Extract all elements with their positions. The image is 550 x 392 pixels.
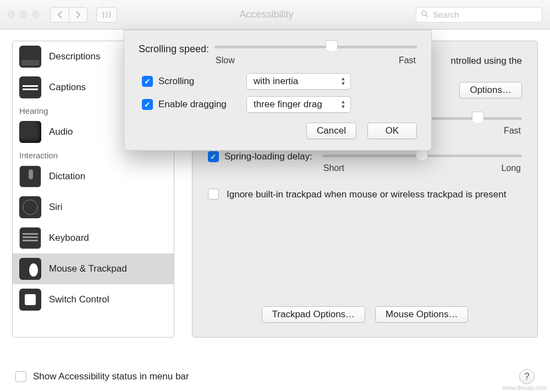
svg-point-2 [109, 12, 111, 13]
switch-control-icon [19, 289, 41, 311]
sidebar-item-dictation[interactable]: Dictation [13, 161, 174, 192]
sidebar-item-label: Dictation [49, 171, 85, 182]
enable-dragging-label: Enable dragging [158, 99, 241, 110]
ok-button[interactable]: OK [367, 123, 417, 139]
double-click-fast-label: Fast [504, 126, 521, 136]
svg-line-10 [426, 15, 428, 17]
svg-point-3 [103, 14, 105, 15]
window-toolbar: Accessibility [0, 0, 550, 30]
traffic-lights [8, 11, 39, 18]
ignore-trackpad-row: Ignore built-in trackpad when mouse or w… [208, 189, 522, 201]
zoom-window-button[interactable] [32, 11, 39, 18]
scrolling-fast-label: Fast [399, 56, 416, 65]
sidebar-item-label: Switch Control [49, 294, 109, 305]
bottom-buttons: Trackpad Options… Mouse Options… [208, 306, 522, 323]
minimize-window-button[interactable] [20, 11, 27, 18]
svg-point-8 [109, 16, 111, 18]
spring-long-label: Long [501, 163, 521, 173]
captions-icon [19, 76, 41, 98]
sidebar-item-label: Mouse & Trackpad [49, 263, 127, 274]
spring-loading-checkbox[interactable] [208, 151, 219, 162]
scrolling-mode-select[interactable]: with inertia ▲▼ [246, 73, 351, 90]
stepper-icon: ▲▼ [339, 99, 347, 110]
scrolling-speed-slider[interactable] [215, 42, 417, 51]
show-status-label: Show Accessibility status in menu bar [33, 371, 189, 382]
sidebar-item-label: Keyboard [49, 233, 89, 244]
sidebar-item-siri[interactable]: Siri [13, 192, 174, 223]
siri-icon [19, 196, 41, 218]
show-all-button[interactable] [96, 7, 117, 23]
dictation-icon [19, 165, 41, 187]
toolbar-search[interactable] [416, 7, 542, 23]
scrolling-checkbox[interactable] [142, 76, 153, 87]
sidebar-item-label: Descriptions [49, 51, 101, 62]
mouse-keys-options-button[interactable]: Options… [459, 82, 522, 98]
controlled-using-text: ntrolled using the [451, 56, 522, 67]
spring-short-label: Short [323, 163, 344, 173]
scrolling-slow-label: Slow [216, 56, 235, 65]
svg-point-6 [103, 16, 105, 18]
watermark-text: www.deuaq.com [502, 384, 547, 391]
scrolling-mode-value: with inertia [254, 76, 298, 87]
descriptions-icon [19, 46, 41, 68]
back-button[interactable] [50, 7, 69, 23]
close-window-button[interactable] [8, 11, 15, 18]
mouse-trackpad-icon [19, 258, 41, 280]
search-input[interactable] [433, 10, 537, 19]
svg-point-0 [103, 12, 105, 13]
scrolling-label: Scrolling [158, 76, 241, 87]
svg-point-7 [106, 16, 108, 18]
sidebar-item-keyboard[interactable]: Keyboard [13, 223, 174, 253]
scrolling-speed-label: Scrolling speed: [139, 42, 215, 55]
spring-loading-slider[interactable] [322, 151, 522, 160]
svg-point-1 [106, 12, 108, 13]
enable-dragging-checkbox[interactable] [142, 99, 153, 110]
stepper-icon: ▲▼ [339, 76, 347, 87]
dragging-mode-value: three finger drag [254, 99, 322, 110]
ignore-trackpad-checkbox[interactable] [208, 189, 219, 200]
dragging-mode-select[interactable]: three finger drag ▲▼ [246, 96, 351, 113]
footer-row: Show Accessibility status in menu bar ? [15, 369, 535, 384]
cancel-button[interactable]: Cancel [306, 123, 356, 139]
sidebar-item-label: Siri [49, 202, 63, 213]
search-icon [421, 9, 428, 20]
sidebar-item-label: Audio [49, 126, 73, 137]
sidebar-item-switch-control[interactable]: Switch Control [13, 284, 174, 315]
show-status-checkbox[interactable] [15, 371, 26, 382]
spring-loading-label: Spring-loading delay: [224, 151, 312, 162]
mouse-options-button[interactable]: Mouse Options… [375, 306, 468, 323]
ignore-trackpad-label: Ignore built-in trackpad when mouse or w… [227, 189, 522, 201]
trackpad-options-button[interactable]: Trackpad Options… [262, 306, 366, 323]
nav-buttons [50, 7, 87, 23]
forward-button[interactable] [69, 7, 87, 23]
window-title: Accessibility [123, 9, 410, 20]
svg-point-5 [109, 14, 111, 15]
sidebar-item-label: Captions [49, 82, 86, 93]
svg-point-4 [106, 14, 108, 15]
trackpad-options-sheet: Scrolling speed: Slow Fast Scrolling wit… [124, 30, 432, 151]
svg-point-9 [422, 10, 426, 15]
spring-loading-row: Spring-loading delay: Short Long [208, 151, 522, 173]
help-button[interactable]: ? [519, 369, 535, 384]
keyboard-icon [19, 227, 41, 249]
sidebar-item-mouse-trackpad[interactable]: Mouse & Trackpad [13, 253, 174, 284]
audio-icon [19, 121, 41, 143]
